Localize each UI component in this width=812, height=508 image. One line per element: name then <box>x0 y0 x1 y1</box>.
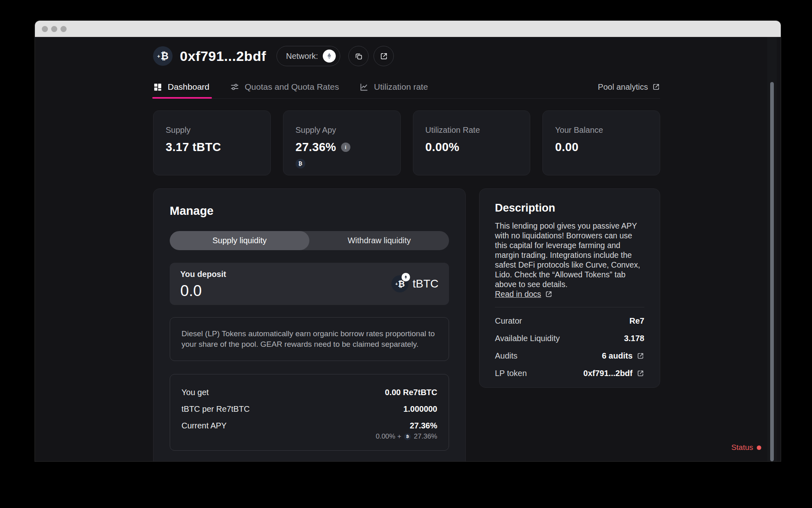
lp-token-row: LP token 0xf791...2bdf <box>495 365 644 382</box>
apy-breakdown-reward: 27.36% <box>414 432 437 441</box>
token-selector[interactable]: +₿ tBTC <box>391 275 438 292</box>
deposit-box: You deposit +₿ tBTC <box>170 263 449 305</box>
main-row: Manage Supply liquidity Withdraw liquidi… <box>153 188 660 461</box>
browser-titlebar[interactable] <box>35 21 781 37</box>
external-link-icon <box>637 370 644 377</box>
curator-label: Curator <box>495 316 522 326</box>
audits-row: Audits 6 audits <box>495 347 644 365</box>
page: +₿ 0xf791...2bdf Network: <box>153 37 660 461</box>
stat-card-balance: Your Balance 0.00 <box>542 110 660 175</box>
available-liquidity-row: Available Liquidity 3.178 <box>495 330 644 347</box>
deposit-amount-input[interactable] <box>180 282 302 300</box>
tbtc-token-icon: +₿ <box>391 275 408 292</box>
stat-label: Utilization Rate <box>425 125 518 135</box>
stat-label: Supply <box>166 125 258 135</box>
stat-value: 3.17 tBTC <box>166 141 221 154</box>
audits-link[interactable]: 6 audits <box>602 351 644 361</box>
ethereum-icon <box>323 50 336 63</box>
description-panel: Description This lending pool gives you … <box>479 188 660 388</box>
browser-window: +₿ 0xf791...2bdf Network: <box>35 21 781 461</box>
divider <box>495 307 644 307</box>
ethereum-chain-badge <box>402 273 410 281</box>
stat-value: 0.00% <box>425 141 460 154</box>
tbtc-plus-glyph: + <box>157 53 160 59</box>
scrollbar-thumb[interactable] <box>770 82 774 461</box>
deposit-label: You deposit <box>180 270 302 279</box>
tbtc-token-icon: +₿ <box>153 46 173 66</box>
external-link-icon <box>545 290 553 298</box>
available-liquidity-label: Available Liquidity <box>495 334 560 343</box>
pool-meta-rows: Curator Re7 Available Liquidity 3.178 Au… <box>495 312 644 382</box>
you-get-label: You get <box>181 388 209 397</box>
tab-utilization-label: Utilization rate <box>374 82 428 92</box>
tbtc-mini-icon: ₿ <box>296 159 305 169</box>
lp-token-link[interactable]: 0xf791...2bdf <box>583 369 644 378</box>
external-link-icon <box>637 352 644 360</box>
stat-value: 0.00 <box>555 141 579 154</box>
apy-label: Current APY <box>181 421 227 430</box>
description-body: This lending pool gives you passive APY … <box>495 221 644 289</box>
read-in-docs-link[interactable]: Read in docs <box>495 290 553 299</box>
copy-address-button[interactable] <box>348 46 369 66</box>
tab-bar: Dashboard Quotas and Quota Rates Utiliza… <box>153 76 660 99</box>
description-title: Description <box>495 202 644 214</box>
you-get-value: 0.00 Re7tBTC <box>385 388 437 397</box>
external-link-icon <box>652 83 660 91</box>
info-icon[interactable]: i <box>341 143 350 152</box>
tab-dashboard[interactable]: Dashboard <box>153 76 209 98</box>
deposit-summary: You get 0.00 Re7tBTC tBTC per Re7tBTC 1.… <box>170 374 449 451</box>
open-explorer-button[interactable] <box>374 46 394 66</box>
tab-quotas-label: Quotas and Quota Rates <box>245 82 339 92</box>
pool-analytics-label: Pool analytics <box>598 82 648 92</box>
status-indicator[interactable]: Status <box>731 443 761 452</box>
token-name: tBTC <box>412 277 438 290</box>
stat-label: Supply Apy <box>296 125 388 135</box>
tbtc-tiny-icon: ₿ <box>404 433 411 440</box>
dashboard-grid-icon <box>153 82 162 92</box>
lp-token-value: 0xf791...2bdf <box>583 369 633 378</box>
curator-row: Curator Re7 <box>495 312 644 330</box>
apy-value: 27.36% <box>410 421 437 430</box>
stat-value: 27.36% <box>296 141 336 154</box>
window-control-dot[interactable] <box>60 26 67 32</box>
liquidity-toggle: Supply liquidity Withdraw liquidity <box>170 231 449 250</box>
stats-row: Supply 3.17 tBTC Supply Apy 27.36% i ₿ U… <box>153 110 660 175</box>
read-in-docs-label: Read in docs <box>495 290 541 299</box>
pool-analytics-link[interactable]: Pool analytics <box>598 82 660 92</box>
supply-liquidity-tab[interactable]: Supply liquidity <box>170 231 309 250</box>
network-label: Network: <box>286 52 318 61</box>
stat-card-supply: Supply 3.17 tBTC <box>153 110 271 175</box>
manage-panel: Manage Supply liquidity Withdraw liquidi… <box>153 188 466 461</box>
window-control-dot[interactable] <box>51 26 57 32</box>
lp-note: Diesel (LP) Tokens automatically earn or… <box>170 317 449 361</box>
pool-header: +₿ 0xf791...2bdf Network: <box>153 45 394 67</box>
tab-utilization[interactable]: Utilization rate <box>359 76 428 98</box>
sliders-icon <box>230 82 240 92</box>
desktop-background: +₿ 0xf791...2bdf Network: <box>0 0 812 508</box>
network-button[interactable]: Network: <box>276 46 340 66</box>
line-chart-icon <box>359 82 369 92</box>
stat-card-supply-apy: Supply Apy 27.36% i ₿ <box>283 110 401 175</box>
audits-label: Audits <box>495 351 518 361</box>
available-liquidity-value: 3.178 <box>624 334 644 343</box>
apy-breakdown-base: 0.00% + <box>376 432 401 441</box>
window-control-dot[interactable] <box>42 26 48 32</box>
apy-breakdown: 0.00% + ₿ 27.36% <box>181 432 437 441</box>
manage-title: Manage <box>170 204 449 218</box>
status-dot-icon <box>757 445 761 450</box>
tab-dashboard-label: Dashboard <box>168 82 209 92</box>
tab-quotas[interactable]: Quotas and Quota Rates <box>230 76 339 98</box>
rate-value: 1.000000 <box>404 404 437 414</box>
audits-value: 6 audits <box>602 351 633 361</box>
pool-title: 0xf791...2bdf <box>180 48 266 64</box>
stat-card-utilization: Utilization Rate 0.00% <box>413 110 531 175</box>
curator-value: Re7 <box>629 316 644 326</box>
app-content: +₿ 0xf791...2bdf Network: <box>35 37 781 461</box>
btc-glyph: ₿ <box>161 50 169 62</box>
status-label: Status <box>731 443 753 452</box>
rate-label: tBTC per Re7tBTC <box>181 404 250 414</box>
stat-label: Your Balance <box>555 125 648 135</box>
withdraw-liquidity-tab[interactable]: Withdraw liquidity <box>309 231 449 250</box>
lp-token-label: LP token <box>495 369 527 378</box>
